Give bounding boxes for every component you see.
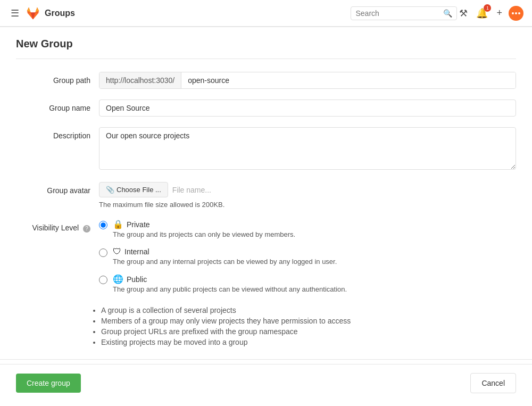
visibility-private-title-row: 🔒 Private (113, 219, 295, 229)
lock-icon: 🔒 (113, 219, 123, 229)
visibility-help-icon[interactable]: ? (83, 225, 90, 233)
page-footer: Create group Cancel (0, 364, 532, 402)
group-path-row: Group path http://localhost:3030/ (16, 72, 516, 89)
group-name-row: Group name (16, 100, 516, 117)
group-path-input-row: http://localhost:3030/ (99, 72, 516, 89)
group-name-control (99, 100, 516, 117)
visibility-internal-label: Internal (124, 247, 149, 256)
visibility-internal-title-row: 🛡 Internal (113, 247, 337, 256)
group-avatar-row: Group avatar 📎 Choose File ... File name… (16, 182, 516, 209)
bullet-3: Group project URLs are prefixed with the… (101, 327, 516, 336)
cancel-button[interactable]: Cancel (470, 373, 516, 393)
avatar-icon (512, 12, 520, 14)
search-icon: 🔍 (443, 9, 452, 18)
visibility-row: Visibility Level ? 🔒 Private The group a… (16, 219, 516, 293)
visibility-label: Visibility Level ? (16, 219, 90, 233)
visibility-private-radio[interactable] (99, 221, 107, 229)
choose-file-label: Choose File ... (117, 186, 161, 194)
group-name-input[interactable] (99, 100, 516, 117)
visibility-internal-radio[interactable] (99, 248, 107, 257)
header-left: ☰ Groups (9, 5, 351, 21)
visibility-private-option: 🔒 Private The group and its projects can… (99, 219, 516, 238)
page-content: New Group Group path http://localhost:30… (0, 27, 532, 359)
hamburger-menu-button[interactable]: ☰ (9, 5, 21, 21)
create-group-button[interactable]: Create group (16, 374, 81, 393)
description-label: Description (16, 127, 90, 140)
info-bullets-list: A group is a collection of several proje… (90, 306, 516, 346)
description-control: Our open source projects (99, 127, 516, 171)
gitlab-logo (26, 6, 40, 21)
shield-icon: 🛡 (113, 247, 121, 256)
visibility-private-content: 🔒 Private The group and its projects can… (113, 219, 295, 238)
description-input[interactable]: Our open source projects (99, 127, 516, 170)
visibility-private-label: Private (127, 220, 150, 229)
bullet-4: Existing projects may be moved into a gr… (101, 338, 516, 346)
search-input[interactable] (355, 9, 443, 18)
info-bullets: A group is a collection of several proje… (90, 306, 516, 346)
user-avatar[interactable] (509, 6, 523, 21)
notifications-button[interactable]: 🔔 1 (474, 5, 490, 21)
bullet-2: Members of a group may only view project… (101, 317, 516, 325)
visibility-public-title-row: 🌐 Public (113, 274, 347, 284)
notification-badge: 1 (484, 4, 491, 12)
visibility-radio-group: 🔒 Private The group and its projects can… (99, 219, 516, 293)
file-size-note: The maximum file size allowed is 200KB. (99, 201, 516, 209)
group-avatar-label: Group avatar (16, 182, 90, 195)
group-path-base: http://localhost:3030/ (99, 72, 181, 88)
group-path-input[interactable] (181, 72, 516, 88)
visibility-public-content: 🌐 Public The group and any public projec… (113, 274, 347, 293)
group-name-label: Group name (16, 100, 90, 112)
choose-file-button[interactable]: 📎 Choose File ... (99, 182, 168, 197)
search-box[interactable]: 🔍 (351, 6, 457, 20)
file-input-wrap: 📎 Choose File ... File name... (99, 182, 516, 197)
app-header: ☰ Groups 🔍 ⚒ 🔔 1 + (0, 0, 532, 27)
visibility-internal-content: 🛡 Internal The group and any internal pr… (113, 247, 337, 266)
group-path-label: Group path (16, 72, 90, 85)
page-title: New Group (16, 38, 516, 59)
visibility-internal-desc: The group and any internal projects can … (113, 258, 337, 266)
paperclip-icon: 📎 (106, 186, 114, 194)
header-brand: Groups (45, 9, 75, 18)
group-path-control: http://localhost:3030/ (99, 72, 516, 89)
create-new-button[interactable]: + (494, 5, 504, 21)
visibility-public-option: 🌐 Public The group and any public projec… (99, 274, 516, 293)
visibility-public-radio[interactable] (99, 276, 107, 284)
visibility-internal-option: 🛡 Internal The group and any internal pr… (99, 247, 516, 266)
visibility-control: 🔒 Private The group and its projects can… (99, 219, 516, 293)
file-name-placeholder: File name... (172, 186, 211, 194)
globe-icon: 🌐 (113, 274, 123, 284)
visibility-public-label: Public (127, 275, 147, 284)
visibility-public-desc: The group and any public projects can be… (113, 285, 347, 293)
settings-button[interactable]: ⚒ (457, 5, 470, 21)
visibility-private-desc: The group and its projects can only be v… (113, 230, 295, 238)
bullet-1: A group is a collection of several proje… (101, 306, 516, 314)
group-avatar-control: 📎 Choose File ... File name... The maxim… (99, 182, 516, 209)
header-icons: ⚒ 🔔 1 + (457, 5, 523, 21)
description-row: Description Our open source projects (16, 127, 516, 171)
